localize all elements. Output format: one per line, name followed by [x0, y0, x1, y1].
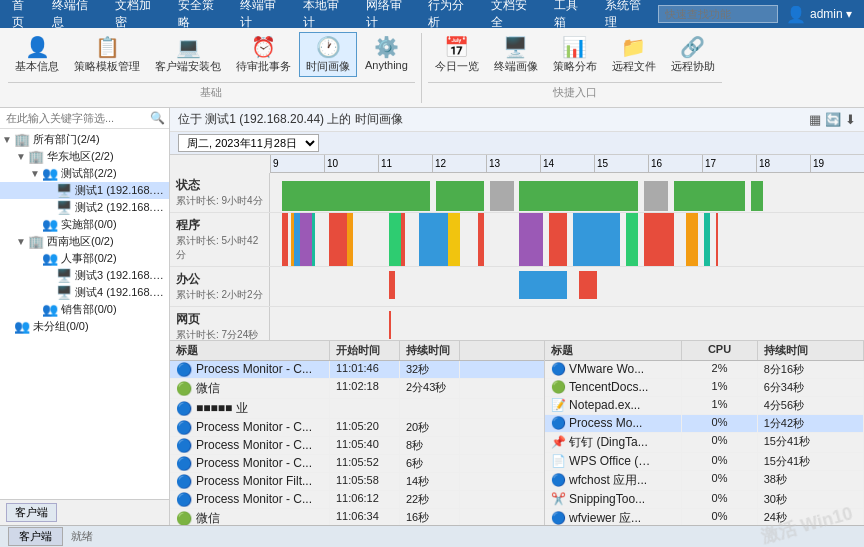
- right-row-cpu: 1%: [682, 397, 757, 414]
- grid-view-icon[interactable]: ▦: [809, 112, 821, 127]
- toolbar-anything[interactable]: ⚙️ Anything: [358, 32, 415, 77]
- user-menu[interactable]: 👤 admin ▾: [778, 5, 860, 24]
- search-icon[interactable]: 🔍: [150, 111, 165, 125]
- right-table-row[interactable]: 🔵 wfviewer 应... 0% 24秒: [545, 509, 864, 526]
- prog-bar-6: [329, 213, 347, 266]
- expand-icon[interactable]: ▼: [16, 236, 28, 247]
- calendar-bar: 周二, 2023年11月28日: [170, 132, 864, 155]
- tree-ungrouped[interactable]: 👥 未分组(0/0): [0, 318, 169, 335]
- toolbar-time-portrait[interactable]: 🕐 时间画像: [299, 32, 357, 77]
- expand-icon[interactable]: ▼: [2, 134, 14, 145]
- toolbar-remote-file[interactable]: 📁 远程文件: [605, 32, 663, 77]
- toolbar-policy-dist[interactable]: 📊 策略分布: [546, 32, 604, 77]
- tree-southwest-region[interactable]: ▼ 🏢 西南地区(0/2): [0, 233, 169, 250]
- tree-impl-dept[interactable]: 👥 实施部(0/0): [0, 216, 169, 233]
- status-bar-area[interactable]: [270, 173, 864, 212]
- tree-test2[interactable]: 🖥️ 测试2 (192.168.20.49): [0, 199, 169, 216]
- tree-east-region[interactable]: ▼ 🏢 华东地区(2/2): [0, 148, 169, 165]
- client-status-button[interactable]: 客户端: [8, 527, 63, 546]
- right-table-row[interactable]: 🔵 Process Mo... 0% 1分42秒: [545, 415, 864, 433]
- table-row[interactable]: 🔵Process Monitor - C... 11:05:40 8秒: [170, 437, 544, 455]
- hour-tick-12: 12: [432, 155, 486, 172]
- col-start-time[interactable]: 开始时间: [330, 341, 400, 360]
- left-table-header: 标题 开始时间 持续时间: [170, 341, 544, 361]
- nav-doc-security[interactable]: 文档安全: [483, 0, 544, 31]
- nav-network-audit[interactable]: 网络审计: [358, 0, 419, 31]
- office-timeline-row: 办公 累计时长: 2小时2分: [170, 267, 864, 307]
- col-title[interactable]: 标题: [170, 341, 330, 360]
- nav-terminal-audit[interactable]: 终端审计: [232, 0, 293, 31]
- tree-test3[interactable]: 🖥️ 测试3 (192.168.20.55): [0, 267, 169, 284]
- table-row[interactable]: 🔵Process Monitor - C... 11:05:52 6秒: [170, 455, 544, 473]
- tree-hr-dept[interactable]: 👥 人事部(0/2): [0, 250, 169, 267]
- nav-local-audit[interactable]: 本地审计: [295, 0, 356, 31]
- tree-sales-dept[interactable]: 👥 销售部(0/0): [0, 301, 169, 318]
- table-row[interactable]: 🟢微信 11:06:34 16秒: [170, 509, 544, 526]
- nav-tools[interactable]: 工具箱: [546, 0, 596, 31]
- status-bar-gray: [490, 181, 514, 211]
- table-row[interactable]: 🟢微信 11:02:18 2分43秒: [170, 379, 544, 399]
- nav-system-admin[interactable]: 系统管理: [597, 0, 658, 31]
- expand-icon[interactable]: ▼: [16, 151, 28, 162]
- sidebar-search-input[interactable]: [4, 110, 150, 126]
- tree-test4[interactable]: 🖥️ 测试4 (192.168.20.49): [0, 284, 169, 301]
- web-timeline-row: 网页 累计时长: 7分24秒: [170, 307, 864, 340]
- hour-tick-14: 14: [540, 155, 594, 172]
- left-table-body: 🔵Process Monitor - C... 11:01:46 32秒 🟢微信…: [170, 361, 544, 526]
- right-col-title[interactable]: 标题: [545, 341, 682, 360]
- nav-home[interactable]: 首页: [4, 0, 42, 31]
- office-bar-area[interactable]: [270, 267, 864, 306]
- prog-bar-13: [519, 213, 543, 266]
- download-icon[interactable]: ⬇: [845, 112, 856, 127]
- right-table-header: 标题 CPU 持续时间: [545, 341, 864, 361]
- toolbar-pending-tasks[interactable]: ⏰ 待审批事务: [229, 32, 298, 77]
- right-col-duration[interactable]: 持续时间: [758, 341, 864, 360]
- expand-icon[interactable]: ▼: [30, 168, 42, 179]
- toolbar-client-install[interactable]: 💻 客户端安装包: [148, 32, 228, 77]
- right-table-row[interactable]: 🔵 wfchost 应用... 0% 38秒: [545, 471, 864, 491]
- client-button[interactable]: 客户端: [6, 503, 57, 522]
- row-start-cell: 11:05:20: [330, 419, 400, 436]
- toolbar: 👤 基本信息 📋 策略模板管理 💻 客户端安装包 ⏰ 待审批事务 🕐 时间画像 …: [0, 28, 864, 108]
- prog-bar-17: [644, 213, 674, 266]
- nav-security-policy[interactable]: 安全策略: [170, 0, 231, 31]
- right-col-cpu[interactable]: CPU: [682, 341, 757, 360]
- right-table-row[interactable]: 📄 WPS Office (… 0% 15分41秒: [545, 453, 864, 471]
- toolbar-today-overview[interactable]: 📅 今日一览: [428, 32, 486, 77]
- right-table-row[interactable]: ✂️ SnippingToo... 0% 30秒: [545, 491, 864, 509]
- right-table-row[interactable]: 📝 Notepad.ex... 1% 4分56秒: [545, 397, 864, 415]
- terminal-portrait-icon: 🖥️: [503, 35, 528, 59]
- right-panel: 位于 测试1 (192.168.20.44) 上的 时间画像 ▦ 🔄 ⬇ 周二,…: [170, 108, 864, 525]
- table-row[interactable]: 🔵Process Monitor - C... 11:01:46 32秒: [170, 361, 544, 379]
- row-title-cell: 🔵Process Monitor Filt...: [170, 473, 330, 490]
- nav-doc-encrypt[interactable]: 文档加密: [107, 0, 168, 31]
- terminal-icon: 🖥️: [56, 200, 72, 215]
- right-row-duration: 15分41秒: [758, 433, 864, 452]
- date-selector[interactable]: 周二, 2023年11月28日: [178, 134, 319, 152]
- toolbar-basic-info[interactable]: 👤 基本信息: [8, 32, 66, 77]
- tree-test1[interactable]: 🖥️ 测试1 (192.168.20.44): [0, 182, 169, 199]
- tree-all-departments[interactable]: ▼ 🏢 所有部门(2/4): [0, 131, 169, 148]
- col-duration[interactable]: 持续时间: [400, 341, 460, 360]
- nav-behavior-analysis[interactable]: 行为分析: [420, 0, 481, 31]
- program-bar-area[interactable]: [270, 213, 864, 266]
- nav-terminal-info[interactable]: 终端信息: [44, 0, 105, 31]
- table-row[interactable]: 🔵Process Monitor - C... 11:05:20 20秒: [170, 419, 544, 437]
- toolbar-terminal-portrait[interactable]: 🖥️ 终端画像: [487, 32, 545, 77]
- row-start-cell: 11:05:58: [330, 473, 400, 490]
- quick-search-input[interactable]: [658, 5, 778, 23]
- web-bar-area[interactable]: [270, 307, 864, 340]
- right-table-row[interactable]: 🟢 TencentDocs... 1% 6分34秒: [545, 379, 864, 397]
- right-table-row[interactable]: 🔵 VMware Wo... 2% 8分16秒: [545, 361, 864, 379]
- row-title-cell: 🔵Process Monitor - C...: [170, 419, 330, 436]
- toolbar-policy-template[interactable]: 📋 策略模板管理: [67, 32, 147, 77]
- status-text: 就绪: [71, 529, 93, 544]
- table-row[interactable]: 🔵Process Monitor Filt... 11:05:58 14秒: [170, 473, 544, 491]
- tree-test-dept[interactable]: ▼ 👥 测试部(2/2): [0, 165, 169, 182]
- toolbar-remote-assist[interactable]: 🔗 远程协助: [664, 32, 722, 77]
- table-row[interactable]: 🔵■■■■■ 业: [170, 399, 544, 419]
- table-row[interactable]: 🔵Process Monitor - C... 11:06:12 22秒: [170, 491, 544, 509]
- row-start-cell: 11:02:18: [330, 379, 400, 398]
- right-table-row[interactable]: 📌 钉钉 (DingTa... 0% 15分41秒: [545, 433, 864, 453]
- refresh-icon[interactable]: 🔄: [825, 112, 841, 127]
